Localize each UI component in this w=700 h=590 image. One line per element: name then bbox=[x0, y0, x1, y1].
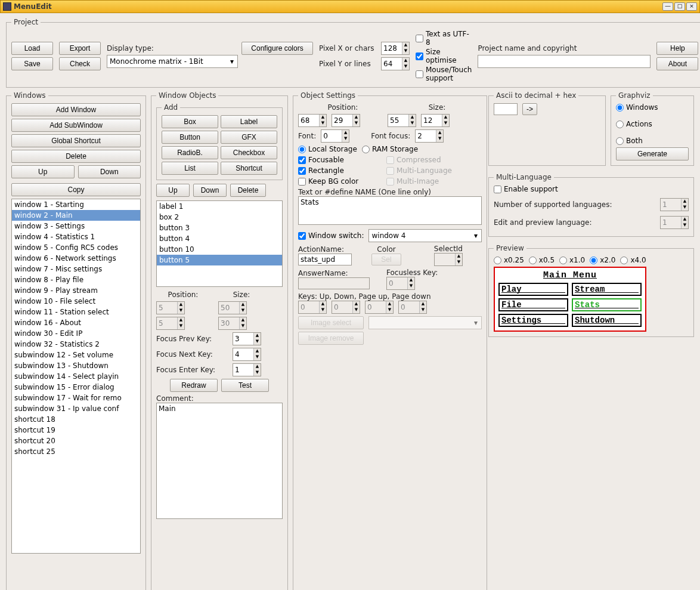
pixel-x-input[interactable]: ▲▼ bbox=[381, 42, 410, 55]
pixel-y-input[interactable]: ▲▼ bbox=[381, 57, 410, 70]
list-item[interactable]: shortcut 20 bbox=[12, 435, 140, 446]
objects-list[interactable]: label 1box 2button 3button 4button 10but… bbox=[156, 200, 283, 287]
add-subwindow-button[interactable]: Add SubWindow bbox=[11, 119, 141, 132]
redraw-button[interactable]: Redraw bbox=[170, 379, 218, 392]
add-window-button[interactable]: Add Window bbox=[11, 103, 141, 116]
list-item[interactable]: button 5 bbox=[157, 255, 282, 265]
gv-windows-radio[interactable]: Windows bbox=[616, 103, 689, 112]
window-down-button[interactable]: Down bbox=[78, 165, 141, 178]
load-button[interactable]: Load bbox=[11, 42, 53, 55]
windows-list[interactable]: window 1 - Startingwindow 2 - Mainwindow… bbox=[11, 199, 141, 554]
close-button[interactable]: × bbox=[686, 2, 697, 11]
obj-delete-button[interactable]: Delete bbox=[230, 184, 266, 197]
display-type-select[interactable]: Monochrome matrix - 1Bit▾ bbox=[107, 55, 238, 68]
list-item[interactable]: button 4 bbox=[157, 233, 282, 244]
comment-input[interactable] bbox=[156, 403, 283, 519]
ascii-convert-button[interactable]: -> bbox=[522, 103, 537, 115]
font-input[interactable]: ▲▼ bbox=[321, 129, 349, 143]
list-item[interactable]: window 7 - Misc settings bbox=[12, 264, 140, 274]
zoom-x2.0[interactable]: x2.0 bbox=[590, 256, 615, 264]
add-shortcut-button[interactable]: Shortcut bbox=[221, 162, 277, 175]
list-item[interactable]: subwindow 14 - Select playin bbox=[12, 371, 140, 382]
configure-colors-button[interactable]: Configure colors bbox=[241, 42, 313, 55]
add-checkbox-button[interactable]: Checkbox bbox=[221, 146, 277, 159]
local-storage-radio[interactable]: Local Storage bbox=[298, 145, 357, 153]
list-item[interactable]: label 1 bbox=[157, 201, 282, 212]
project-name-input[interactable] bbox=[478, 55, 651, 68]
list-item[interactable]: window 30 - Edit IP bbox=[12, 328, 140, 339]
size-w-input[interactable]: ▲▼ bbox=[388, 114, 416, 127]
mouse-touch-check[interactable]: Mouse/Touch support bbox=[416, 66, 472, 82]
delete-window-button[interactable]: Delete bbox=[11, 150, 141, 163]
minimize-button[interactable]: ― bbox=[662, 2, 673, 11]
about-button[interactable]: About bbox=[656, 57, 698, 70]
window-switch-select[interactable]: window 4▾ bbox=[368, 229, 482, 242]
list-item[interactable]: window 9 - Play stream bbox=[12, 285, 140, 296]
action-name-input[interactable] bbox=[298, 254, 352, 265]
add-list-button[interactable]: List bbox=[162, 162, 218, 175]
list-item[interactable]: window 16 - About bbox=[12, 317, 140, 328]
gv-actions-radio[interactable]: Actions bbox=[616, 120, 689, 128]
copy-window-button[interactable]: Copy bbox=[11, 183, 141, 196]
rectangle-check[interactable]: Rectangle bbox=[298, 166, 382, 175]
zoom-x1.0[interactable]: x1.0 bbox=[559, 256, 585, 264]
list-item[interactable]: window 11 - Station select bbox=[12, 307, 140, 317]
ram-storage-radio[interactable]: RAM Storage bbox=[362, 145, 418, 153]
list-item[interactable]: shortcut 25 bbox=[12, 446, 140, 457]
global-shortcut-button[interactable]: Global Shortcut bbox=[11, 134, 141, 147]
generate-button[interactable]: Generate bbox=[616, 147, 689, 160]
test-button[interactable]: Test bbox=[221, 379, 269, 392]
list-item[interactable]: subwindow 15 - Error dialog bbox=[12, 382, 140, 393]
text-define-input[interactable] bbox=[298, 196, 482, 225]
list-item[interactable]: subwindow 12 - Set volume bbox=[12, 350, 140, 360]
list-item[interactable]: window 5 - Config RC5 codes bbox=[12, 242, 140, 253]
ascii-input[interactable] bbox=[494, 103, 518, 115]
check-button[interactable]: Check bbox=[59, 57, 101, 70]
list-item[interactable]: window 1 - Starting bbox=[12, 199, 140, 210]
zoom-x0.5[interactable]: x0.5 bbox=[529, 256, 555, 264]
list-item[interactable]: subwindow 13 - Shutdown bbox=[12, 360, 140, 371]
list-item[interactable]: button 3 bbox=[157, 223, 282, 233]
list-item[interactable]: window 6 - Network settings bbox=[12, 253, 140, 264]
list-item[interactable]: window 2 - Main bbox=[12, 210, 140, 221]
add-box-button[interactable]: Box bbox=[162, 115, 218, 128]
list-item[interactable]: window 4 - Statistics 1 bbox=[12, 231, 140, 242]
add-radio-button[interactable]: RadioB. bbox=[162, 146, 218, 159]
focus-prev-input[interactable]: ▲▼ bbox=[233, 332, 261, 345]
maximize-button[interactable]: □ bbox=[674, 2, 685, 11]
window-switch-check[interactable]: Window switch: bbox=[298, 231, 364, 240]
enable-multilang-check[interactable]: Enable support bbox=[494, 185, 689, 193]
zoom-radios[interactable]: x0.25x0.5x1.0x2.0x4.0 bbox=[494, 256, 689, 264]
list-item[interactable]: box 2 bbox=[157, 212, 282, 223]
gv-both-radio[interactable]: Both bbox=[616, 137, 689, 145]
list-item[interactable]: window 8 - Play file bbox=[12, 274, 140, 285]
list-item[interactable]: subwindow 17 - Wait for remo bbox=[12, 393, 140, 403]
window-up-button[interactable]: Up bbox=[11, 165, 75, 178]
pos-x-input[interactable]: ▲▼ bbox=[298, 114, 327, 127]
list-item[interactable]: shortcut 18 bbox=[12, 414, 140, 425]
export-button[interactable]: Export bbox=[59, 42, 101, 55]
focus-enter-input[interactable]: ▲▼ bbox=[233, 363, 261, 376]
keep-bg-check[interactable]: Keep BG color bbox=[298, 177, 382, 186]
zoom-x4.0[interactable]: x4.0 bbox=[620, 256, 646, 264]
text-utf8-check[interactable]: Text as UTF-8 bbox=[416, 30, 472, 47]
size-h-input[interactable]: ▲▼ bbox=[421, 114, 450, 127]
size-optimise-check[interactable]: Size optimise bbox=[416, 48, 472, 64]
focusable-check[interactable]: Focusable bbox=[298, 156, 382, 164]
add-button-button[interactable]: Button bbox=[162, 131, 218, 144]
help-button[interactable]: Help bbox=[656, 42, 698, 55]
list-item[interactable]: subwindow 31 - Ip value conf bbox=[12, 403, 140, 414]
zoom-x0.25[interactable]: x0.25 bbox=[494, 256, 524, 264]
save-button[interactable]: Save bbox=[11, 57, 53, 70]
list-item[interactable]: window 32 - Statistics 2 bbox=[12, 339, 140, 350]
focus-next-input[interactable]: ▲▼ bbox=[233, 348, 261, 361]
pos-y-input[interactable]: ▲▼ bbox=[332, 114, 360, 127]
obj-up-button[interactable]: Up bbox=[156, 184, 190, 197]
list-item[interactable]: button 10 bbox=[157, 244, 282, 255]
list-item[interactable]: window 3 - Settings bbox=[12, 221, 140, 231]
list-item[interactable]: window 10 - File select bbox=[12, 296, 140, 307]
add-label-button[interactable]: Label bbox=[221, 115, 277, 128]
font-focus-input[interactable]: ▲▼ bbox=[415, 129, 444, 143]
obj-down-button[interactable]: Down bbox=[193, 184, 227, 197]
list-item[interactable]: shortcut 19 bbox=[12, 425, 140, 435]
